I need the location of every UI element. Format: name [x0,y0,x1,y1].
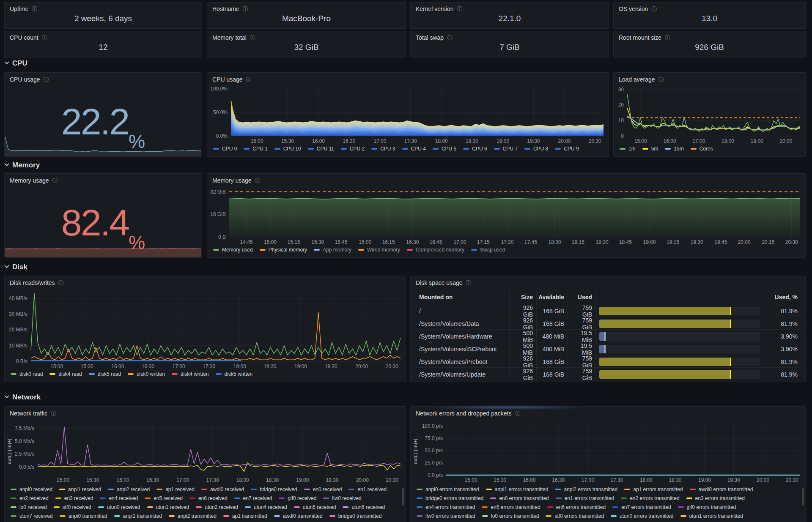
legend-item[interactable]: Wired memory [358,246,400,254]
legend-item[interactable]: Cores [691,145,713,153]
legend-item[interactable]: 5m [642,145,658,153]
legend-item[interactable]: App memory [314,246,351,254]
info-icon[interactable]: ⓘ [255,178,261,183]
col-header-size[interactable]: Size [510,290,537,304]
legend-item[interactable]: CPU 4 [402,145,426,153]
legend-item[interactable]: anpi2 errors transmitted [555,486,617,493]
legend-item[interactable]: anpi1 transmitted [114,513,162,520]
legend-item[interactable]: 1m [620,145,636,153]
legend-item[interactable]: anpi2 received [108,486,150,493]
legend-item[interactable]: awdl0 transmitted [274,513,323,520]
legend-item[interactable]: disk4 written [172,371,209,378]
info-icon[interactable]: ⓘ [52,178,58,183]
legend-item[interactable]: CPU 9 [555,145,579,153]
info-icon[interactable]: ⓘ [246,77,252,82]
section-header-network[interactable]: Network [5,393,41,402]
legend-item[interactable]: bridge0 transmitted [329,513,382,520]
legend-item[interactable]: en7 received [234,495,272,502]
legend-item[interactable]: disk0 read [11,371,43,378]
legend-item[interactable]: anpi1 received [59,486,101,493]
legend-item[interactable]: CPU 11 [308,145,334,153]
legend-item[interactable]: utun4 received [245,504,287,511]
legend-item[interactable]: CPU 3 [371,145,395,153]
legend-item[interactable]: CPU 8 [524,145,548,153]
legend-item[interactable]: gif0 received [279,495,316,502]
legend-item[interactable]: Memory used [213,246,253,254]
legend-item[interactable]: en1 errors transmitted [556,495,614,502]
legend-item[interactable]: CPU 7 [494,145,518,153]
legend-item[interactable]: disk0 written [128,371,165,378]
legend-item[interactable]: utun0 errors transmitted [611,513,673,520]
info-icon[interactable]: ⓘ [515,411,520,416]
info-icon[interactable]: ⓘ [44,77,49,82]
legend-item[interactable]: anpi0 errors transmitted [417,486,479,493]
table-row[interactable]: / 926 GiB 168 GiB 759 GiB 81.9% [416,304,801,317]
legend-item[interactable]: awdl0 received [201,486,244,493]
col-header-mounted-on[interactable]: Mounted on [416,290,510,304]
legend-scrollbar[interactable] [802,488,804,506]
legend-item[interactable]: gif0 errors transmitted [678,504,736,511]
legend-item[interactable]: CPU 2 [341,145,365,153]
legend-item[interactable]: CPU 5 [433,145,456,153]
legend-item[interactable]: en4 errors transmitted [417,504,475,511]
legend-item[interactable]: lo0 received [11,504,47,511]
table-row[interactable]: /System/Volumes/iSCPreboot 500 MiB 480 M… [416,342,801,355]
legend-item[interactable]: stf0 errors transmitted [546,513,604,520]
info-icon[interactable]: ⓘ [51,411,56,416]
legend-item[interactable]: CPU 10 [274,145,301,153]
legend-item[interactable]: en7 errors transmitted [612,504,671,511]
legend-item[interactable]: bridge0 errors transmitted [417,495,483,502]
section-header-cpu[interactable]: CPU [5,59,27,68]
legend-item[interactable]: en1 received [348,486,387,493]
memory-usage-timeseries[interactable]: 32 GiB16 GiB0 B14:4515:0015:1515:3015:45… [210,186,803,246]
legend-item[interactable]: en0 received [304,486,342,493]
legend-item[interactable]: en5 received [145,495,183,502]
cpu-usage-sparkline[interactable] [5,134,201,156]
legend-scrollbar[interactable] [402,488,404,506]
legend-item[interactable]: anpi2 transmitted [169,513,217,520]
legend-item[interactable]: en5 errors transmitted [482,504,540,511]
info-icon[interactable]: ⓘ [665,35,670,41]
legend-item[interactable]: lo0 errors transmitted [482,513,539,520]
table-row[interactable]: /System/Volumes/Preboot 926 GiB 168 GiB … [416,355,801,367]
legend-item[interactable]: utun0 received [98,504,140,511]
legend-item[interactable]: en0 errors transmitted [490,495,549,502]
legend-item[interactable]: utun5 received [294,504,336,511]
legend-item[interactable]: anpi0 transmitted [60,513,107,520]
legend-item[interactable]: CPU 0 [213,145,237,153]
network-errors-timeseries[interactable]: 100.0 p/s75.0 p/s50.0 p/s25.0 p/s0.0 p/s… [420,420,803,484]
legend-item[interactable]: disk5 read [89,371,121,378]
legend-item[interactable]: stf0 received [54,504,91,511]
info-icon[interactable]: ⓘ [466,280,472,286]
legend-item[interactable]: en3 errors transmitted [686,495,745,502]
legend-item[interactable]: en6 errors transmitted [547,504,606,511]
legend-item[interactable]: utun2 received [196,504,238,511]
legend-item[interactable]: utun6 received [343,504,385,511]
legend-item[interactable]: anpi0 received [11,486,52,493]
legend-item[interactable]: utun1 errors transmitted [680,513,743,520]
legend-item[interactable]: ap1 transmitted [223,513,267,520]
legend-item[interactable]: CPU 6 [463,145,487,153]
legend-item[interactable]: CPU 1 [244,145,267,153]
legend-item[interactable]: disk4 read [49,371,82,378]
info-icon[interactable]: ⓘ [658,77,664,82]
table-row[interactable]: /System/Volumes/Update 926 GiB 168 GiB 7… [416,367,801,380]
legend-item[interactable]: llw0 errors transmitted [417,513,475,520]
section-header-memory[interactable]: Memory [5,161,40,169]
col-header-used[interactable]: Used [568,290,596,304]
legend-item[interactable]: bridge0 received [251,486,297,493]
legend-item[interactable]: utun1 received [147,504,189,511]
disk-reads-writes-timeseries[interactable]: 40 MB/s30 MB/s20 MB/s10 MB/s0 B/s15:0015… [7,290,403,370]
legend-item[interactable]: 15m [665,145,683,153]
info-icon[interactable]: ⓘ [42,35,47,41]
legend-item[interactable]: en6 received [189,495,228,502]
col-header-used-pct[interactable]: Used, % [764,290,801,304]
legend-item[interactable]: disk5 written [216,371,253,378]
legend-item[interactable]: Swap used [471,246,505,254]
legend-item[interactable]: en2 errors transmitted [621,495,679,502]
section-header-disk[interactable]: Disk [5,263,27,271]
legend-item[interactable]: awdl0 errors transmitted [690,486,753,493]
legend-item[interactable]: ap1 errors transmitted [624,486,683,493]
info-icon[interactable]: ⓘ [457,6,463,12]
table-row[interactable]: /System/Volumes/Hardware 500 MiB 480 MiB… [416,329,801,342]
